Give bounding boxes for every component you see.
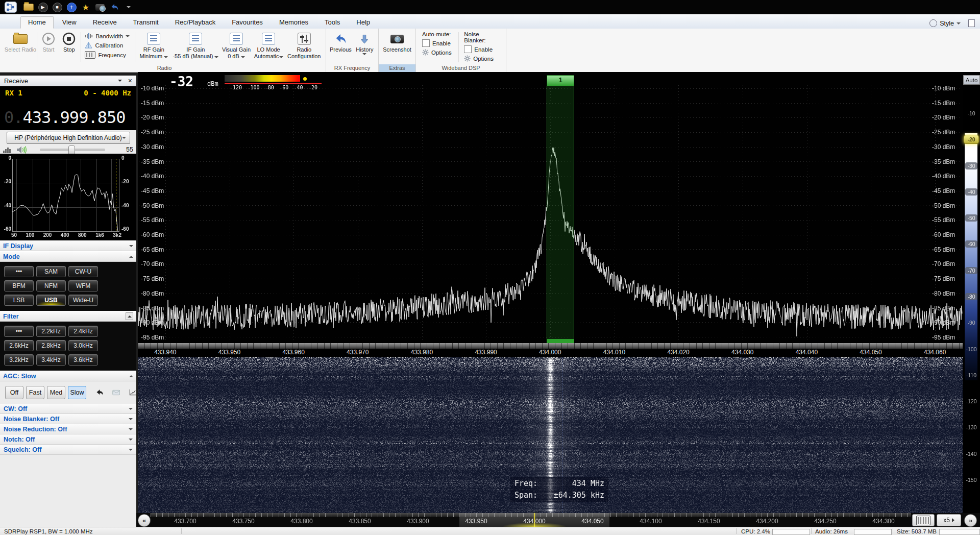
add-icon[interactable]: + [66, 2, 77, 12]
filter-section-header[interactable]: Filter [0, 311, 136, 322]
noise-blanker-enable-checkbox[interactable] [464, 45, 472, 53]
range-tick[interactable]: -120 [963, 396, 980, 407]
range-tick[interactable]: -70 [963, 265, 980, 276]
filter-button[interactable]: 2.6kHz [4, 340, 34, 351]
noise-blanker-options-button[interactable]: Options [464, 55, 500, 62]
range-tick[interactable]: -50 [963, 212, 980, 224]
menu-tab[interactable]: Favourites [224, 16, 271, 29]
menu-tab[interactable]: Rec/Playback [167, 16, 223, 29]
channel-marker-band[interactable]: 1 [547, 75, 574, 343]
agc-scheme-icon[interactable] [112, 389, 120, 396]
automute-enable-checkbox[interactable] [422, 39, 430, 47]
zoom-level-button[interactable]: x5 [937, 514, 961, 526]
keyboard-entry-button[interactable] [912, 514, 935, 526]
filter-button[interactable]: 2.2kHz [36, 326, 66, 337]
mode-button[interactable]: CW-U [68, 266, 98, 277]
rx-frequency-display[interactable]: RX 1 0 - 4000 Hz 0.433.999.850 [0, 86, 136, 130]
select-radio-button[interactable]: Select Radio [5, 30, 36, 64]
stop-icon[interactable]: ■ [52, 2, 62, 12]
filter-button[interactable]: 2.8kHz [36, 340, 66, 351]
frequency-navigation-bar[interactable]: 433.700433.750433.800433.850433.900433.9… [136, 513, 980, 527]
menu-tab[interactable]: Receive [85, 16, 125, 29]
automute-options-button[interactable]: Options [422, 49, 453, 56]
rf-gain-button[interactable]: RF Gain Minimum [136, 30, 171, 64]
equalizer-icon[interactable] [3, 146, 12, 153]
agc-section-header[interactable]: AGC: Slow [0, 371, 136, 381]
dsp-section-header[interactable]: CW: Off [0, 404, 136, 414]
volume-slider[interactable] [40, 149, 105, 151]
filter-button[interactable]: 3.4kHz [36, 354, 66, 366]
if-gain-button[interactable]: IF Gain -55 dB (Manual) [171, 30, 220, 64]
start-button[interactable]: Start [38, 30, 59, 64]
audio-device-dropdown[interactable]: HP (Périphérique High Definition Audio) [7, 132, 130, 144]
agc-graph-icon[interactable] [129, 388, 136, 397]
spectrum-frequency-axis[interactable]: 433.940433.950433.960433.970433.980433.9… [138, 343, 963, 358]
range-tick[interactable]: -90 [963, 317, 980, 328]
panel-collapse-icon[interactable] [118, 80, 122, 82]
agc-button[interactable]: Fast [26, 386, 44, 399]
auto-range-button[interactable]: Auto [963, 75, 980, 85]
mode-button[interactable]: ••• [4, 266, 34, 277]
dsp-section-header[interactable]: Noise Blanker: Off [0, 414, 136, 424]
visual-gain-button[interactable]: Visual Gain 0 dB [220, 30, 252, 64]
style-label[interactable]: Style [940, 20, 954, 27]
agc-button[interactable]: Off [5, 386, 23, 399]
speaker-icon[interactable] [16, 145, 28, 154]
filter-expand-button[interactable] [126, 312, 133, 320]
mode-button[interactable]: Wide-U [68, 295, 98, 306]
range-tick[interactable]: -150 [963, 474, 980, 485]
filter-button[interactable]: 3.6kHz [68, 354, 98, 366]
lo-mode-button[interactable]: LO Mode Automatic [253, 30, 285, 64]
mode-section-header[interactable]: Mode [0, 251, 136, 262]
mode-button[interactable]: SAM [36, 266, 66, 277]
favourite-star-icon[interactable]: ★ [81, 2, 91, 12]
menu-tab[interactable]: View [55, 16, 84, 29]
mode-button[interactable]: LSB [4, 295, 34, 306]
camera-icon[interactable] [95, 2, 105, 12]
mode-button[interactable]: BFM [4, 280, 34, 291]
menu-tab[interactable]: Home [20, 16, 54, 29]
range-tick[interactable]: -20 [963, 134, 980, 145]
range-tick[interactable]: -100 [963, 344, 980, 355]
scroll-left-button[interactable]: « [138, 514, 151, 527]
ribbon-pin-icon[interactable] [968, 19, 975, 27]
bandwidth-button[interactable]: Bandwidth [85, 33, 131, 39]
if-display-section-header[interactable]: IF Display [0, 240, 136, 251]
range-tick[interactable]: -40 [963, 186, 980, 198]
play-icon[interactable]: ▶ [38, 2, 48, 12]
menu-tab[interactable]: Tools [317, 16, 348, 29]
filter-button[interactable]: ••• [4, 326, 34, 337]
spectrum-display[interactable]: -32 dBm -120-100-80-60-40-20 -10 dBm-15 … [138, 72, 963, 343]
filter-button[interactable]: 3.2kHz [4, 354, 34, 366]
previous-button[interactable]: Previous [328, 30, 353, 64]
history-button[interactable]: History [353, 30, 376, 64]
menu-tab[interactable]: Help [349, 16, 378, 29]
mode-button[interactable]: USB [36, 295, 66, 306]
undo-icon[interactable] [109, 2, 119, 12]
frequency-button[interactable]: Frequency [85, 51, 131, 59]
channel-marker-number[interactable]: 1 [547, 75, 574, 86]
calibration-button[interactable]: Calibration [85, 42, 131, 48]
agc-button[interactable]: Slow [68, 386, 86, 399]
dsp-section-header[interactable]: Squelch: Off [0, 445, 136, 455]
app-logo-icon[interactable] [2, 2, 19, 12]
dsp-section-header[interactable]: Noise Reduction: Off [0, 424, 136, 434]
range-tick[interactable]: -80 [963, 291, 980, 302]
frequency-ruler[interactable] [138, 343, 963, 349]
screenshot-button[interactable]: Screenshot [381, 30, 413, 64]
filter-button[interactable]: 2.4kHz [68, 326, 98, 337]
dsp-section-header[interactable]: Notch: Off [0, 434, 136, 445]
filter-button[interactable]: 3.0kHz [68, 340, 98, 351]
mode-button[interactable]: NFM [36, 280, 66, 291]
scroll-right-button[interactable]: » [964, 514, 977, 527]
range-tick[interactable]: -140 [963, 448, 980, 459]
receive-panel-header[interactable]: Receive × [0, 76, 136, 86]
range-tick[interactable]: -130 [963, 422, 980, 433]
range-tick[interactable]: -10 [963, 108, 980, 119]
menu-tab[interactable]: Memories [272, 16, 316, 29]
range-tick[interactable]: -110 [963, 370, 980, 381]
waterfall-display[interactable]: Freq: 434 MHz Span: ±64.305 kHz [138, 357, 963, 513]
agc-undo-icon[interactable] [95, 388, 104, 397]
radio-configuration-button[interactable]: Radio Configuration [285, 30, 324, 64]
range-tick[interactable]: -60 [963, 238, 980, 250]
